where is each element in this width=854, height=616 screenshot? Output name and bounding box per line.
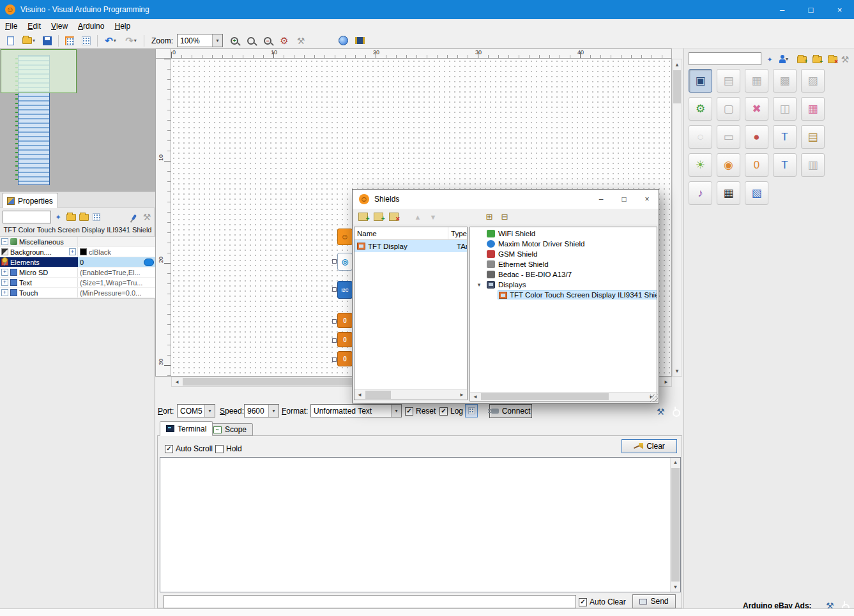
scroll-up-icon[interactable]: ▲: [673, 59, 682, 70]
arrange-button[interactable]: [91, 211, 102, 223]
component-i2c-icon[interactable]: I2C: [337, 281, 353, 299]
move-down-button[interactable]: ▼: [427, 211, 439, 223]
terminal-output[interactable]: ▲ ▼: [160, 457, 681, 592]
pin-panel-button[interactable]: [128, 211, 140, 223]
dialog-close-button[interactable]: ×: [636, 190, 659, 208]
scroll-up-icon[interactable]: ▲: [671, 458, 680, 467]
scrollbar-thumb[interactable]: [365, 391, 391, 399]
filter-button[interactable]: ✦: [52, 211, 64, 223]
add-shield-button[interactable]: +: [356, 211, 369, 223]
undo-button[interactable]: ↶▾: [101, 34, 120, 48]
property-row-text[interactable]: + Text (Size=1,Wrap=Tru...: [0, 278, 155, 288]
tab-scope[interactable]: ~ Scope: [207, 423, 253, 436]
component-pin[interactable]: [332, 338, 337, 343]
toolbox-icon-keyboard[interactable]: ▦: [717, 181, 740, 205]
scroll-left-icon[interactable]: ◄: [355, 390, 365, 400]
add-all-shields-button[interactable]: +: [372, 211, 385, 223]
panel-settings-button[interactable]: ⚒: [141, 211, 153, 223]
toolbox-icon-sketch-structure[interactable]: ▣: [689, 69, 712, 93]
expand-categories-button[interactable]: [65, 211, 77, 223]
menu-edit[interactable]: Edit: [22, 19, 46, 33]
tools-button[interactable]: ⚒: [293, 34, 309, 48]
redo-button[interactable]: ↷▾: [121, 34, 141, 48]
zoom-in-button[interactable]: +: [227, 34, 242, 48]
hold-checkbox[interactable]: Hold: [215, 444, 242, 454]
minimize-button[interactable]: –: [768, 0, 797, 19]
component-pin[interactable]: [332, 357, 337, 362]
tree-horizontal-scrollbar[interactable]: ◄ ►: [470, 392, 657, 401]
tree-item-maxim-motor-driver-shield[interactable]: Maxim Motor Driver Shield: [470, 239, 657, 249]
property-row-microsd[interactable]: + Micro SD (Enabled=True,El...: [0, 267, 155, 278]
upload-to-board-button[interactable]: [352, 34, 367, 48]
tree-item-tft-color-touch-screen-display[interactable]: TFT Color Touch Screen Display ILI9341 S…: [470, 290, 657, 300]
toolbox-icon-board[interactable]: ▤: [717, 69, 740, 93]
delete-shield-button[interactable]: ✕: [387, 211, 400, 223]
tree-item-displays[interactable]: ▾Displays: [470, 280, 657, 290]
tab-terminal[interactable]: Terminal: [160, 421, 213, 436]
scroll-down-icon[interactable]: ▼: [671, 582, 680, 592]
terminal-scrollbar[interactable]: ▲ ▼: [670, 458, 680, 592]
scrollbar-thumb[interactable]: [673, 70, 681, 103]
toolbox-icon-text-2[interactable]: T: [773, 153, 797, 177]
zoom-reset-button[interactable]: [243, 34, 259, 48]
toolbox-icon-gears[interactable]: ⚙: [689, 97, 712, 121]
toolbox-icon-rows[interactable]: ▥: [801, 153, 825, 177]
toolbox-icon-brightness[interactable]: ☀: [689, 153, 712, 177]
open-button[interactable]: ▾: [19, 34, 38, 48]
zoom-out-button[interactable]: −: [260, 34, 275, 48]
collapse-icon[interactable]: −: [1, 238, 8, 245]
maximize-button[interactable]: □: [797, 0, 825, 19]
component-search-input[interactable]: [689, 52, 761, 65]
reset-checkbox[interactable]: ✓Reset: [405, 406, 436, 416]
tree-item-gsm-shield[interactable]: GSM Shield: [470, 249, 657, 259]
remove-category-button[interactable]: ✕: [827, 54, 838, 65]
toolbox-icon-checklist[interactable]: ▦: [745, 69, 768, 93]
close-button[interactable]: ×: [825, 0, 854, 19]
scroll-left-icon[interactable]: ◄: [470, 393, 480, 401]
web-button[interactable]: [335, 34, 351, 48]
expand-all-categories-button[interactable]: +: [796, 54, 807, 65]
search-filter-button[interactable]: ✦: [764, 54, 775, 65]
shield-list-row[interactable]: TFT Display TArd: [355, 240, 467, 252]
component-value-icon[interactable]: 0: [337, 313, 353, 328]
expand-icon[interactable]: +: [1, 289, 8, 296]
port-combobox[interactable]: COM5 (L▾: [177, 404, 215, 417]
toolbox-icon-grid[interactable]: ▩: [773, 69, 797, 93]
format-combobox[interactable]: Unformatted Text▾: [310, 404, 402, 417]
expand-icon[interactable]: +: [69, 248, 76, 255]
scroll-right-icon[interactable]: ►: [457, 390, 467, 400]
toolbox-icon-dot[interactable]: ●: [745, 125, 768, 149]
toolbox-icon-box[interactable]: ▢: [717, 97, 740, 121]
log-panel-toggle-button[interactable]: [465, 404, 478, 417]
log-checkbox[interactable]: ✓Log: [439, 406, 463, 416]
new-sketch-button[interactable]: [3, 34, 18, 48]
snap-to-grid-button[interactable]: [62, 34, 77, 48]
tree-item-bedac-be-dio[interactable]: Bedac - BE-DIO A13/7: [470, 269, 657, 280]
component-pin[interactable]: [332, 287, 337, 292]
scroll-right-icon[interactable]: ►: [661, 377, 671, 386]
open-editor-button[interactable]: [144, 259, 154, 266]
list-horizontal-scrollbar[interactable]: ◄ ►: [355, 389, 467, 400]
collapse-categories-button[interactable]: [78, 211, 89, 223]
property-group-row[interactable]: − Miscellaneous: [0, 237, 155, 247]
auto-clear-checkbox[interactable]: ✓Auto Clear: [579, 597, 626, 607]
toolbox-icon-text[interactable]: T: [773, 125, 797, 149]
canvas-vertical-scrollbar[interactable]: ▲ ▼: [672, 59, 682, 377]
move-up-button[interactable]: ▲: [411, 211, 424, 223]
property-row-background[interactable]: Backgroun.... + clBlack: [0, 247, 155, 257]
sketch-overview-map[interactable]: [0, 49, 155, 192]
expand-icon[interactable]: +: [1, 279, 8, 286]
resize-grip[interactable]: [650, 394, 658, 402]
collapse-all-categories-button[interactable]: −: [811, 54, 823, 65]
send-message-input[interactable]: [164, 595, 576, 608]
toolbox-settings-button[interactable]: ⚒: [839, 54, 851, 65]
auto-scroll-checkbox[interactable]: ✓Auto Scroll: [165, 444, 213, 454]
component-pin[interactable]: [332, 259, 337, 264]
property-row-touch[interactable]: + Touch (MinPressure=0.0...: [0, 288, 155, 298]
scrollbar-thumb[interactable]: [481, 393, 609, 400]
scroll-down-icon[interactable]: ▼: [673, 366, 682, 376]
build-settings-button[interactable]: ⚙: [277, 34, 292, 48]
tree-item-wifi-shield[interactable]: WiFi Shield: [470, 229, 657, 239]
toolbox-icon-panel[interactable]: ▤: [801, 125, 825, 149]
save-button[interactable]: [40, 34, 55, 48]
